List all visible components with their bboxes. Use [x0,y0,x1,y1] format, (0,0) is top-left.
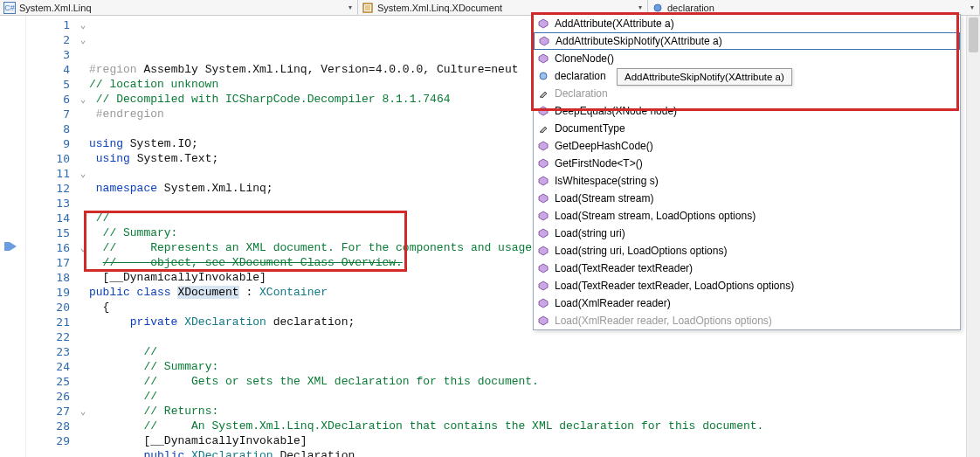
line-number: 8 [26,121,70,136]
intellisense-item[interactable]: Load(TextReader textReader) [534,260,960,277]
line-number: 21 [26,315,70,329]
intellisense-item[interactable]: Declaration [534,85,960,102]
intellisense-item-label: declaration [555,70,606,82]
scrollbar-thumb[interactable] [969,17,978,52]
method-icon [537,157,549,170]
line-number: 9 [26,136,70,151]
code-line[interactable]: // Gets or sets the XML declaration for … [89,374,980,389]
fold-toggle [77,107,89,121]
fold-toggle [77,211,89,225]
intellisense-item[interactable]: Load(Stream stream) [534,190,960,207]
code-line[interactable]: [__DynamicallyInvokable] [89,433,980,448]
intellisense-item-label: Load(XmlReader reader, LoadOptions optio… [555,315,772,327]
method-icon [537,52,549,65]
fold-toggle [77,77,89,92]
vertical-scrollbar[interactable] [966,16,980,457]
line-number-gutter: 1234567891011121314151617181920212223242… [26,16,77,457]
fold-toggle [77,136,89,151]
csharp-file-icon: C# [3,2,16,14]
fold-toggle[interactable]: ⌄ [77,404,89,419]
line-number: 10 [26,151,70,166]
intellisense-item-label: Load(string uri) [555,227,625,239]
method-icon [537,210,549,222]
prop-icon [537,87,549,100]
line-number: 17 [26,255,70,270]
code-line[interactable]: // Summary: [89,359,980,374]
intellisense-item[interactable]: Load(string uri) [534,225,960,242]
fold-column[interactable]: ⌄⌄⌄⌄⌄⌄ [77,16,89,457]
intellisense-item[interactable]: Load(TextReader textReader, LoadOptions … [534,277,960,294]
code-line[interactable]: // An System.Xml.Linq.XDeclaration that … [89,419,980,433]
crumb-member[interactable]: declaration ▾ [648,0,980,15]
code-line[interactable] [89,329,980,344]
fold-toggle [77,225,89,240]
svg-marker-17 [539,246,548,255]
line-number: 12 [26,181,70,196]
intellisense-item[interactable]: Load(XmlReader reader, LoadOptions optio… [534,312,960,329]
crumb-member-label: declaration [667,3,714,13]
crumb-class[interactable]: System.Xml.Linq.XDocument ▾ [358,0,648,15]
intellisense-item[interactable]: Load(XmlReader reader) [534,294,960,312]
line-number: 15 [26,225,70,240]
fold-toggle [77,344,89,359]
svg-marker-13 [539,177,548,185]
svg-marker-19 [539,281,548,290]
method-icon [537,262,549,274]
intellisense-item[interactable]: Load(Stream stream, LoadOptions options) [534,207,960,225]
code-line[interactable]: // [89,389,980,404]
prop-icon [537,122,549,135]
intellisense-item[interactable]: AddAttribute(XAttribute a) [534,15,960,32]
method-icon [537,245,549,257]
fold-toggle[interactable]: ⌄ [77,92,89,107]
intellisense-item-label: Load(Stream stream) [555,192,653,204]
fold-toggle[interactable]: ⌄ [77,166,89,181]
line-number: 13 [26,196,70,211]
fold-toggle [77,329,89,344]
fold-toggle[interactable]: ⌄ [77,17,89,32]
intellisense-item[interactable]: Load(string uri, LoadOptions options) [534,242,960,260]
intellisense-item[interactable]: IsWhitespace(string s) [534,172,960,190]
intellisense-item-label: Load(TextReader textReader) [555,262,693,274]
method-icon [537,105,549,117]
svg-marker-4 [539,19,548,28]
line-number: 22 [26,329,70,344]
code-line[interactable]: public XDeclaration Declaration [89,448,980,457]
intellisense-item[interactable]: CloneNode() [534,50,960,67]
intellisense-popup[interactable]: AddAttribute(XAttribute a)AddAttributeSk… [533,14,961,330]
intellisense-item[interactable]: AddAttributeSkipNotify(XAttribute a) [534,32,960,50]
chevron-down-icon[interactable]: ▾ [967,2,977,12]
fold-toggle[interactable]: ⌄ [77,32,89,47]
svg-marker-21 [539,316,548,325]
code-line[interactable]: // [89,344,980,359]
line-number: 24 [26,359,70,374]
intellisense-item-label: AddAttributeSkipNotify(XAttribute a) [556,35,722,47]
fold-toggle[interactable]: ⌄ [77,240,89,255]
crumb-class-label: System.Xml.Linq.XDocument [377,3,502,13]
line-number: 6 [26,92,70,107]
code-line[interactable]: // Returns: [89,404,980,419]
svg-point-8 [540,96,542,98]
intellisense-item-label: Declaration [555,87,608,100]
intellisense-item-label: Load(XmlReader reader) [555,297,671,309]
bookmark-glyph[interactable] [3,240,19,253]
intellisense-tooltip: AddAttributeSkipNotify(XAttribute a) [617,68,792,86]
intellisense-item[interactable]: DeepEquals(XNode node) [534,102,960,120]
fold-toggle [77,433,89,448]
svg-marker-18 [539,264,548,273]
fold-toggle [77,196,89,211]
chevron-down-icon[interactable]: ▾ [635,2,645,12]
crumb-namespace[interactable]: C# System.Xml.Linq ▾ [0,0,358,15]
intellisense-item[interactable]: GetFirstNode<T>() [534,155,960,172]
glyph-margin [0,16,26,457]
intellisense-item[interactable]: DocumentType [534,120,960,137]
class-icon [362,2,374,14]
chevron-down-icon[interactable]: ▾ [345,2,355,12]
intellisense-item-label: IsWhitespace(string s) [555,175,659,187]
method-icon [537,280,549,292]
fold-toggle [77,285,89,300]
intellisense-item-label: GetFirstNode<T>() [555,157,643,170]
intellisense-item-label: AddAttribute(XAttribute a) [555,17,674,30]
intellisense-item-label: Load(TextReader textReader, LoadOptions … [555,280,794,292]
svg-marker-5 [540,37,549,45]
intellisense-item[interactable]: GetDeepHashCode() [534,137,960,155]
